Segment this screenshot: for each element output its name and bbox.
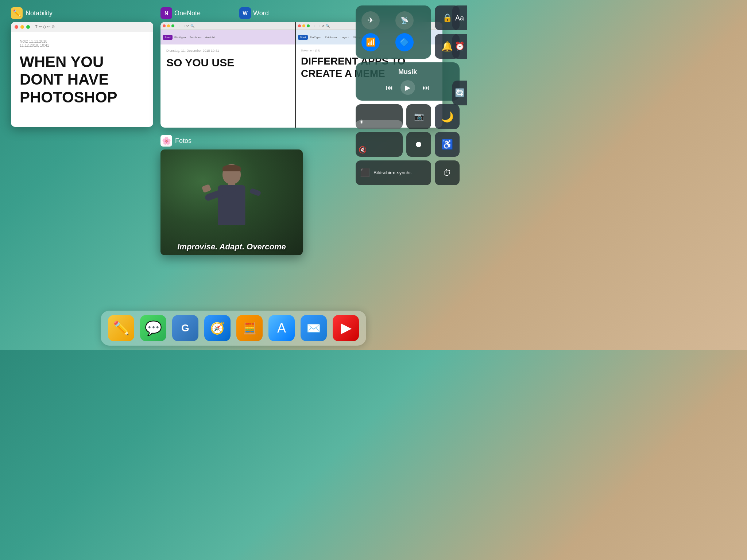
notability-window: T ✏ ◇ ↩ ⊕ Notiz 11.12.2018 11.12.2018, 1… [11, 22, 153, 127]
onenote-meme-text: SO YOU USE [166, 56, 289, 69]
music-panel: Musik ⏮ ▶ ⏭ [356, 62, 460, 101]
word-min[interactable] [302, 24, 305, 27]
alarm-button[interactable]: ⏰ [452, 34, 467, 59]
fotos-label: 🌸 Fotos [160, 135, 303, 147]
last-row: ⬛ Bildschirm-synchr. ⏱ [356, 160, 460, 185]
notability-label: ✏️ Notability [11, 7, 153, 19]
translate-dock-icon: G [181, 322, 189, 334]
notability-dock-icon: ✏️ [113, 320, 129, 336]
word-start-tab[interactable]: Start [298, 35, 308, 40]
dock: ✏️ 💬 G 🧭 🧮 A ✉️ ▶ [101, 311, 366, 346]
onenote-ribbon: Start Einfügen Zeichnen Ansicht [160, 30, 295, 44]
screen-sync-text: Bildschirm-synchr. [374, 170, 412, 176]
notability-icon: ✏️ [11, 7, 23, 19]
onenote-icon: N [160, 7, 172, 19]
onenote-draw-tab[interactable]: Zeichnen [188, 35, 204, 40]
dock-notability[interactable]: ✏️ [108, 315, 134, 341]
onenote-label: N OneNote [160, 7, 201, 19]
bear-grylls-image: Improvise. Adapt. Overcome [160, 149, 303, 255]
text-size-button[interactable]: Aa [452, 5, 467, 30]
screen-sync-icon: ⬛ [360, 168, 370, 178]
fotos-caption: Improvise. Adapt. Overcome [160, 242, 303, 252]
airplane-mode-button[interactable]: ✈ [361, 11, 380, 30]
connectivity-grid: ✈ 📡 📶 🔷 [361, 11, 425, 51]
volume-slider[interactable]: 🔇 [356, 132, 403, 157]
calculator-dock-icon: 🧮 [243, 322, 256, 335]
notability-chrome: T ✏ ◇ ↩ ⊕ [11, 22, 153, 32]
dock-translate[interactable]: G [172, 315, 198, 341]
close-button[interactable] [15, 25, 18, 29]
onenote-max[interactable] [171, 24, 174, 27]
onenote-insert-tab[interactable]: Einfügen [173, 35, 188, 40]
screen-record-button[interactable]: ⏺ [406, 132, 431, 157]
fotos-icon: 🌸 [160, 135, 172, 147]
slider-group: ☀ 🔇 [356, 104, 403, 157]
airdrop-button[interactable]: 📡 [395, 11, 414, 30]
bluetooth-button[interactable]: 🔷 [395, 33, 414, 51]
person-fist [202, 184, 212, 193]
dock-messages[interactable]: 💬 [140, 315, 166, 341]
person-figure [202, 164, 261, 237]
music-title: Musik [361, 68, 454, 76]
word-draw-tab[interactable]: Zeichnen [323, 35, 339, 40]
accessibility-button[interactable]: ♿ [435, 132, 460, 157]
onenote-date: Dienstag, 11. Dezember 2018 10:41 [166, 49, 289, 52]
bell-icon: 🔔 [441, 41, 453, 52]
icon-buttons: 📷 ⏺ [406, 104, 431, 157]
note-meta: Notiz 11.12.2018 11.12.2018, 10:41 [20, 39, 144, 47]
person-arm-right [249, 188, 262, 196]
fotos-window: Improvise. Adapt. Overcome [160, 149, 303, 255]
appstore-dock-icon: A [277, 320, 286, 336]
control-center: ✈ 📡 📶 🔷 🔒 🔔 Musik ⏮ ▶ ⏭ ☀ [356, 5, 460, 185]
word-label: W Word [239, 7, 269, 19]
onenote-chrome: ← → ⟳ 🔍 [160, 22, 295, 30]
rewind-button[interactable]: ⏮ [386, 83, 393, 92]
night-shift-button[interactable]: 🌙 [435, 104, 460, 129]
youtube-dock-icon: ▶ [341, 320, 351, 336]
word-icon: W [239, 7, 251, 19]
onenote-pane: ← → ⟳ 🔍 Start Einfügen Zeichnen Ansicht … [160, 22, 296, 128]
mail-dock-icon: ✉️ [306, 321, 321, 335]
music-controls: ⏮ ▶ ⏭ [361, 80, 454, 95]
onenote-start-tab[interactable]: Start [163, 35, 173, 40]
dock-calculator[interactable]: 🧮 [236, 315, 263, 341]
forward-button[interactable]: ⏭ [422, 83, 430, 92]
fotos-card: 🌸 Fotos Improvise [160, 135, 303, 255]
brightness-icon: ☀ [359, 118, 364, 126]
onenote-content: Dienstag, 11. Dezember 2018 10:41 SO YOU… [160, 44, 295, 74]
screen-sync-button[interactable]: ⬛ Bildschirm-synchr. [356, 160, 431, 185]
volume-icon: 🔇 [359, 146, 367, 154]
onenote-view-tab[interactable]: Ansicht [203, 35, 216, 40]
right-edge-panel: Aa ⏰ 🔄 [452, 5, 467, 105]
dock-appstore[interactable]: A [268, 315, 295, 341]
onenote-close[interactable] [163, 24, 166, 27]
dock-mail[interactable]: ✉️ [301, 315, 327, 341]
safari-dock-icon: 🧭 [210, 321, 225, 335]
minimize-button[interactable] [20, 25, 24, 29]
restart-button[interactable]: 🔄 [452, 81, 467, 105]
dock-youtube[interactable]: ▶ [333, 315, 359, 341]
connectivity-panel: ✈ 📡 📶 🔷 [356, 5, 431, 59]
camera-button[interactable]: 📷 [406, 104, 431, 129]
word-max[interactable] [307, 24, 310, 27]
play-button[interactable]: ▶ [400, 80, 415, 95]
word-layout-tab[interactable]: Layout [338, 35, 351, 40]
word-close[interactable] [298, 24, 301, 27]
notability-meme-text: WHEN YOU DONT HAVE PHOTOSHOP [20, 53, 144, 106]
wifi-button[interactable]: 📶 [361, 33, 380, 51]
person-hair [222, 165, 241, 171]
maximize-button[interactable] [26, 25, 30, 29]
right-icon-buttons: 🌙 ♿ [435, 104, 460, 157]
messages-dock-icon: 💬 [145, 320, 162, 336]
timer-button[interactable]: ⏱ [435, 160, 460, 185]
brightness-slider[interactable]: ☀ [356, 104, 403, 129]
word-insert-tab[interactable]: Einfügen [308, 35, 323, 40]
onenote-min[interactable] [167, 24, 170, 27]
dock-safari[interactable]: 🧭 [204, 315, 231, 341]
notability-content: Notiz 11.12.2018 11.12.2018, 10:41 WHEN … [11, 32, 153, 127]
